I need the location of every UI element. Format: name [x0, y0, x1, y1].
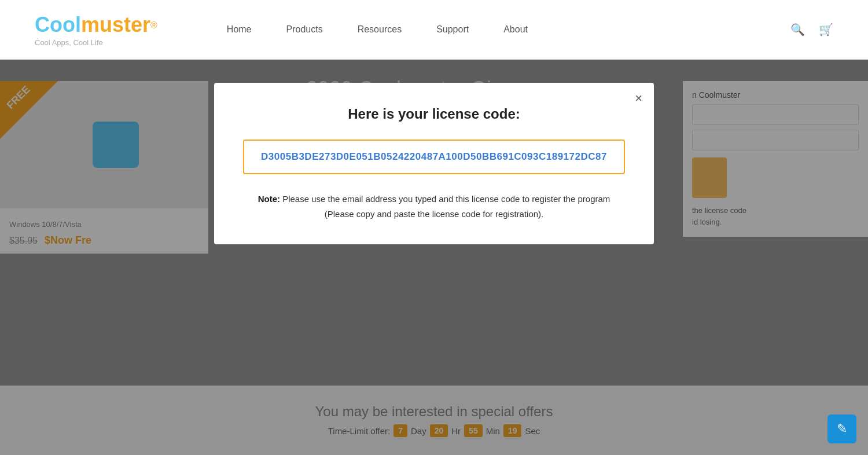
modal-note-bold: Note:	[258, 194, 280, 204]
modal-note-text: Please use the email address you typed a…	[280, 194, 610, 219]
nav-resources[interactable]: Resources	[358, 24, 402, 35]
nav-icons: 🔍 🛒	[790, 23, 833, 36]
license-code[interactable]: D3005B3DE273D0E051B0524220487A100D50BB69…	[261, 151, 607, 162]
chat-button[interactable]: ✎	[827, 414, 856, 443]
nav-products[interactable]: Products	[286, 24, 323, 35]
modal-overlay: × Here is your license code: D3005B3DE27…	[0, 60, 868, 455]
nav: Home Products Resources Support About 🔍 …	[227, 23, 833, 36]
license-code-box: D3005B3DE273D0E051B0524220487A100D50BB69…	[243, 140, 625, 174]
header: Coolmuster® Cool Apps, Cool Life Home Pr…	[0, 0, 868, 60]
search-icon[interactable]: 🔍	[790, 23, 805, 36]
nav-support[interactable]: Support	[436, 24, 469, 35]
modal-close-button[interactable]: ×	[635, 92, 642, 105]
cart-icon[interactable]: 🛒	[819, 23, 833, 36]
logo-reg: ®	[150, 20, 157, 30]
modal: × Here is your license code: D3005B3DE27…	[214, 83, 654, 244]
nav-about[interactable]: About	[503, 24, 528, 35]
modal-title: Here is your license code:	[243, 106, 625, 122]
chat-icon: ✎	[837, 421, 847, 436]
logo-cool: Cool	[35, 13, 81, 36]
modal-note: Note: Please use the email address you t…	[243, 192, 625, 221]
nav-home[interactable]: Home	[227, 24, 252, 35]
logo: Coolmuster® Cool Apps, Cool Life	[35, 13, 157, 47]
logo-muster: muster	[81, 13, 150, 36]
logo-tagline: Cool Apps, Cool Life	[35, 38, 157, 47]
